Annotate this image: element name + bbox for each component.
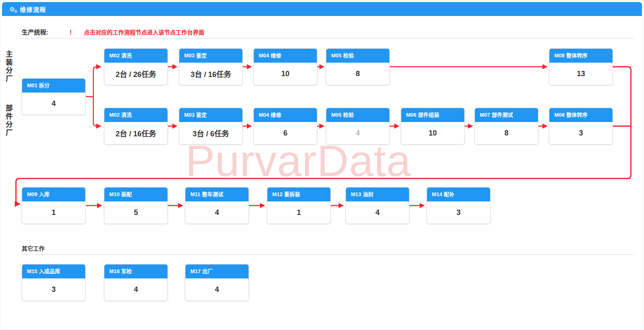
node-m03-main[interactable]: M03 鉴定 3台 / 16任务 [179,48,243,85]
node-title: M13 油封 [346,188,409,201]
node-m10[interactable]: M10 装配 5 [104,187,168,224]
click-hint: ！点击对应的工作流程节点进入该节点工作台界面 [69,28,204,36]
node-value: 8 [356,70,360,78]
gears-icon: ⚙⚙ [9,6,15,12]
node-value: 8 [504,129,508,138]
workflow-connectors [0,0,644,330]
app-title: 维修流程 [20,5,46,14]
gear-small-icon: ⚙ [14,10,17,14]
node-title: M05 检验 [326,108,389,122]
app-header: ⚙⚙ 维修流程 [2,2,642,16]
node-m12[interactable]: M12 重拆装 1 [267,187,331,224]
node-value: 4 [375,208,380,217]
hint-text: 点击对应的工作流程节点进入该节点工作台界面 [84,29,204,36]
node-m07-parts[interactable]: M07 部件测试 8 [475,108,538,145]
node-title: M08 整体转序 [549,108,612,122]
node-m08-main[interactable]: M08 整体转序 13 [549,48,613,85]
node-m05-main[interactable]: M05 检验 8 [326,48,390,85]
page-frame: ⚙⚙ 维修流程 生产统程: ！点击对应的工作流程节点进入该节点工作台界面 主装分… [0,0,644,330]
node-title: M11 整车测试 [185,188,249,201]
node-m01[interactable]: M01 拆分 4 [22,78,86,115]
node-title: M04 维修 [254,49,317,63]
node-title: M05 检验 [326,49,389,63]
node-value: 13 [577,70,585,78]
node-value: 3 [456,208,461,217]
node-value: 1 [297,208,301,217]
node-title: M12 重拆装 [267,188,330,201]
node-value: 3台 / 16任务 [190,68,231,79]
other-divider [22,254,634,255]
node-m04-main[interactable]: M04 维修 10 [253,48,317,85]
node-title: M16 军检 [104,264,167,278]
node-value: 2台 / 16任务 [115,128,156,138]
node-title: M06 部件组装 [401,108,464,122]
node-title: M14 配补 [427,188,490,201]
node-title: M03 鉴定 [179,108,242,122]
node-title: M08 整体转序 [549,49,612,63]
node-m02-parts[interactable]: M02 清洗 2台 / 16任务 [104,108,168,145]
node-title: M15 入成品库 [22,264,85,278]
node-m17[interactable]: M17 出厂 4 [185,264,249,301]
node-value: 4 [356,129,360,138]
group-label-main-assembly: 主装分厂 [3,50,14,83]
node-value: 2台 / 26任务 [115,68,156,79]
node-m04-parts[interactable]: M04 维修 6 [253,108,317,145]
node-title: M01 拆分 [22,79,85,93]
node-m03-parts[interactable]: M03 鉴定 3台 / 6任务 [179,108,243,145]
node-title: M04 维修 [254,108,317,122]
node-m15[interactable]: M15 入成品库 3 [22,264,86,301]
node-m05-parts[interactable]: M05 检验 4 [326,108,390,145]
node-title: M02 清洗 [104,49,167,63]
node-value: 1 [52,208,56,217]
node-m14[interactable]: M14 配补 3 [427,187,490,224]
node-m16[interactable]: M16 军检 4 [104,264,168,301]
node-title: M09 入库 [22,188,85,201]
node-m08-parts[interactable]: M08 整体转序 3 [549,108,613,145]
group-label-parts-branch: 部件分厂 [3,104,14,137]
node-value: 5 [134,208,138,217]
other-work-label: 其它工作 [22,244,45,252]
node-title: M03 鉴定 [179,49,242,63]
node-value: 4 [52,99,56,108]
node-value: 4 [215,285,219,294]
node-value: 4 [134,285,138,294]
node-title: M17 出厂 [185,264,249,278]
node-m13[interactable]: M13 油封 4 [346,187,409,224]
node-m11[interactable]: M11 整车测试 4 [185,187,249,224]
node-title: M02 清洗 [104,108,167,122]
node-value: 4 [215,208,219,217]
node-value: 10 [281,70,289,78]
node-value: 3 [579,129,583,138]
node-m06-parts[interactable]: M06 部件组装 10 [401,108,465,145]
section-label: 生产统程: [22,27,48,36]
node-value: 3台 / 6任务 [192,128,229,138]
node-m02-main[interactable]: M02 清洗 2台 / 26任务 [104,48,168,85]
node-title: M07 部件测试 [475,108,538,122]
exclamation-icon: ！ [69,28,75,36]
node-title: M10 装配 [104,188,167,201]
top-divider [22,38,634,38]
node-m09[interactable]: M09 入库 1 [22,187,86,224]
node-value: 6 [283,129,287,138]
node-value: 10 [429,129,437,138]
node-value: 3 [52,285,56,294]
